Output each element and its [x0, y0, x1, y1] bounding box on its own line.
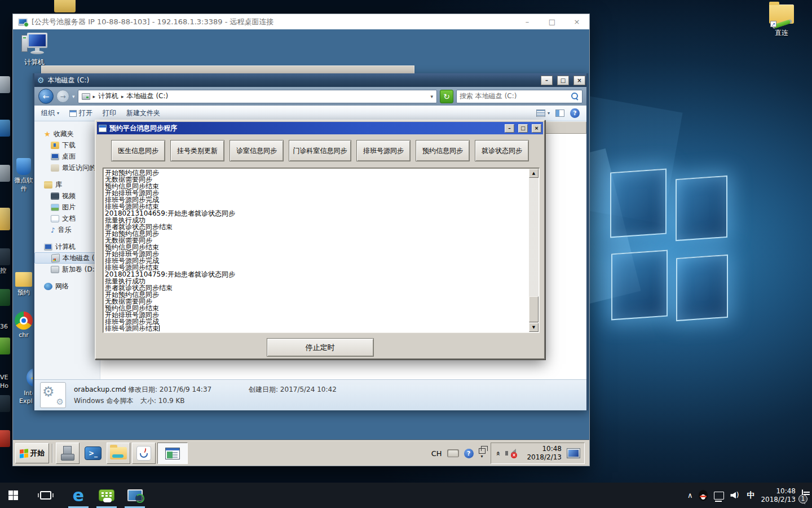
doctor-info-sync-button[interactable]: 医生信息同步	[111, 140, 165, 161]
partial-desktop-icon[interactable]	[0, 248, 10, 265]
open-button[interactable]: 打开	[69, 108, 92, 118]
help-tray-icon[interactable]: ?	[464, 449, 474, 458]
breadcrumb[interactable]: ▸ 计算机 ▸ 本地磁盘 (C:) ▾	[78, 90, 437, 103]
speaker-icon[interactable]: )	[730, 491, 740, 500]
explorer-titlebar[interactable]: ⚙ 本地磁盘 (C:) – □ ×	[34, 73, 586, 87]
partial-desktop-icon[interactable]	[0, 430, 10, 447]
remote-time: 10:48	[522, 445, 562, 453]
file-modified: 修改日期: 2017/6/9 14:37	[128, 385, 249, 395]
powershell-button[interactable]: >_	[81, 443, 105, 464]
rdp-close-button[interactable]: ×	[564, 14, 589, 29]
visit-status-sync-button[interactable]: 就诊状态同步	[475, 140, 529, 161]
partial-desktop-icon[interactable]	[0, 289, 10, 306]
partial-desktop-icon[interactable]	[0, 120, 10, 137]
sidebar-group-network[interactable]: 网络	[34, 281, 100, 292]
network-icon[interactable]	[714, 492, 724, 500]
input-keyboard-taskbar-button[interactable]	[94, 483, 120, 508]
explorer-launch-button[interactable]	[107, 443, 130, 464]
start-button[interactable]	[0, 483, 26, 508]
breadcrumb-computer[interactable]: 计算机	[98, 91, 118, 101]
dialog-close-button[interactable]: ×	[532, 124, 541, 133]
forward-button[interactable]: →	[56, 90, 69, 103]
show-desktop-icon[interactable]	[567, 448, 580, 458]
print-button[interactable]: 打印	[103, 108, 116, 118]
action-center-button[interactable]: 1	[802, 490, 803, 501]
explorer-close-button[interactable]: ×	[573, 76, 585, 85]
search-icon[interactable]	[571, 92, 579, 100]
desktop-shortcut-zhilian[interactable]: ↗ 直连	[760, 5, 803, 38]
scroll-up-button[interactable]: ▲	[529, 169, 539, 178]
java-button[interactable]	[132, 443, 156, 464]
breadcrumb-dropdown-icon[interactable]: ▾	[430, 94, 433, 99]
stop-timer-button[interactable]: 停止定时	[267, 338, 374, 357]
appointment-info-sync-button[interactable]: 预约信息同步	[416, 140, 470, 161]
refresh-button[interactable]: ↻	[440, 90, 453, 103]
help-button[interactable]: ?	[570, 108, 580, 118]
dialog-minimize-button[interactable]: –	[505, 124, 514, 133]
edge-taskbar-button[interactable]: e	[65, 483, 91, 508]
server-manager-button[interactable]	[56, 443, 80, 464]
partial-desktop-icon[interactable]	[0, 338, 10, 354]
sidebar-group-computer[interactable]: 计算机	[34, 241, 100, 252]
partial-desktop-icon[interactable]	[0, 208, 10, 230]
restore-layout-button[interactable]: ▾	[479, 448, 486, 459]
muted-speaker-icon[interactable]: ×	[505, 448, 517, 458]
sidebar-item-desktop[interactable]: 桌面	[34, 151, 100, 162]
schedule-source-sync-button[interactable]: 排班号源同步	[356, 140, 411, 161]
ime-indicator[interactable]: 中	[747, 491, 754, 501]
show-hidden-icons-chevron[interactable]: »	[493, 451, 501, 456]
qq-icon[interactable]	[699, 490, 708, 501]
rdp-taskbar-button[interactable]	[122, 483, 148, 508]
history-dropdown-icon[interactable]: ▾	[72, 94, 75, 99]
host-clock[interactable]: 10:48 2018/2/13	[761, 487, 796, 504]
preview-pane-button[interactable]	[555, 110, 564, 117]
sidebar-item-downloads[interactable]: 下载	[34, 139, 100, 151]
breadcrumb-disk[interactable]: 本地磁盘 (C:)	[127, 91, 169, 101]
log-line: 预约信息同步结束	[105, 183, 528, 190]
sync-app-task-button[interactable]	[157, 443, 188, 464]
remote-clock[interactable]: 10:48 2018/2/13	[522, 445, 562, 462]
rdp-maximize-button[interactable]: □	[540, 14, 564, 29]
explorer-addressbar: ← → ▾ ▸ 计算机 ▸ 本地磁盘 (C:) ▾ ↻ 搜索 本地磁盘 (C:)	[34, 87, 586, 106]
sidebar-item-documents[interactable]: 文档	[34, 213, 100, 224]
sidebar-item-recent[interactable]: 最近访问的位置	[34, 162, 100, 173]
explorer-maximize-button[interactable]: □	[557, 76, 569, 85]
sidebar-item-pictures[interactable]: 图片	[34, 202, 100, 213]
show-hidden-icons-chevron[interactable]: ∧	[687, 491, 693, 500]
task-view-button[interactable]	[33, 483, 59, 508]
views-button[interactable]: ▾	[536, 110, 550, 117]
partial-desktop-icon[interactable]	[0, 165, 10, 182]
sidebar-item-local-disk[interactable]: 本地磁盘 (C:)	[34, 252, 100, 264]
organize-menu[interactable]: 组织 ▾	[41, 108, 59, 118]
dialog-maximize-button[interactable]: □	[518, 124, 528, 133]
partial-desktop-icon[interactable]	[0, 395, 10, 412]
scroll-down-button[interactable]: ▼	[529, 323, 539, 332]
keyboard-icon[interactable]	[447, 449, 459, 457]
new-folder-button[interactable]: 新建文件夹	[126, 108, 160, 118]
dialog-titlebar[interactable]: 预约平台消息同步程序 – □ ×	[97, 122, 543, 134]
back-button[interactable]: ←	[38, 89, 54, 104]
registration-type-update-button[interactable]: 挂号类别更新	[170, 140, 224, 161]
partial-desktop-icon[interactable]	[0, 76, 10, 93]
search-input[interactable]: 搜索 本地磁盘 (C:)	[456, 90, 582, 103]
sidebar-item-videos[interactable]: 视频	[34, 190, 100, 202]
remote-icon-computer[interactable]: 计算机	[16, 33, 52, 67]
remote-start-button[interactable]: 开始	[15, 443, 49, 463]
rdp-minimize-button[interactable]: –	[515, 14, 540, 29]
rdp-titlebar[interactable]: [公共号池服务器 IP 10-88-88-103] - 192.168.1.3:…	[13, 14, 589, 29]
sidebar-item-new-volume[interactable]: 新加卷 (D:)	[34, 264, 100, 275]
sidebar-item-music[interactable]: ♪ 音乐	[34, 224, 100, 235]
clinic-room-sync-button[interactable]: 诊室信息同步	[230, 140, 284, 161]
outpatient-dept-sync-button[interactable]: 门诊科室信息同步	[289, 140, 351, 161]
sync-log-textbox[interactable]: 开始预约信息同步 无数据需要同步 预约信息同步结束 开始排班号源同步 排班号源同…	[103, 168, 540, 333]
remote-icon-chrome[interactable]: chr	[14, 312, 33, 339]
log-scrollbar[interactable]: ▲ ▼	[529, 169, 539, 332]
partial-desktop-icon[interactable]	[54, 0, 76, 12]
explorer-minimize-button[interactable]: –	[541, 76, 553, 85]
sidebar-group-libraries[interactable]: 库	[34, 179, 100, 190]
language-indicator[interactable]: CH	[431, 449, 442, 458]
remote-icon-weidian[interactable]: 微点软件	[14, 158, 33, 193]
sidebar-group-favorites[interactable]: ★ 收藏夹	[34, 128, 100, 139]
scrollbar-thumb[interactable]	[529, 296, 539, 322]
remote-icon-yuyue[interactable]: 预约	[14, 272, 33, 297]
